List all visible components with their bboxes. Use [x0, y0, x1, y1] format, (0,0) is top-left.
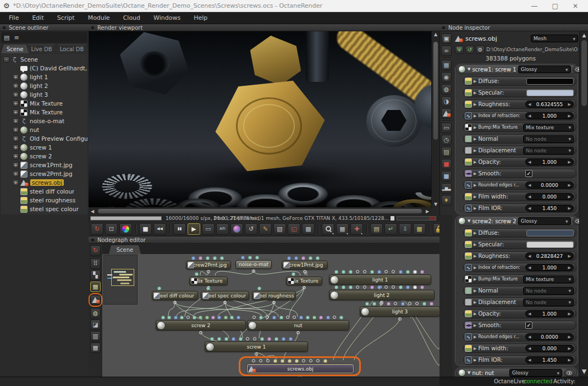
- menu-windows[interactable]: Windows: [147, 13, 187, 23]
- node-input-pin[interactable]: [211, 316, 215, 319]
- scroll-up-icon[interactable]: ▲: [580, 32, 588, 38]
- node-input-pin[interactable]: [293, 316, 296, 319]
- node-input-pin[interactable]: [199, 256, 202, 260]
- tree-item-mix-texture[interactable]: +Mix Texture: [1, 99, 87, 108]
- expander-icon[interactable]: ▶: [474, 172, 476, 176]
- value-spinner[interactable]: ◀0.000▶: [525, 193, 574, 200]
- tree-item-screw2prnt-jpg[interactable]: +screw2Prnt.jpg: [1, 169, 87, 178]
- node-input-pin[interactable]: [246, 337, 249, 340]
- viewport-vertical-scrollbar[interactable]: ▲ ▼: [431, 31, 439, 207]
- expander-icon[interactable]: +: [13, 92, 19, 98]
- node-input-pin[interactable]: [257, 286, 261, 290]
- value-spinner[interactable]: ◀1.000▶: [525, 158, 574, 166]
- expander-icon[interactable]: ▶: [474, 183, 476, 188]
- grid-node-icon[interactable]: ▦: [90, 343, 101, 353]
- material-type-dropdown[interactable]: Glossy▼: [518, 217, 571, 225]
- node-output-pin[interactable]: [207, 270, 210, 273]
- node-input-pin[interactable]: [384, 270, 388, 273]
- node-input-pin[interactable]: [279, 316, 283, 319]
- zoom-tool-icon[interactable]: ▾: [322, 223, 334, 235]
- node-steel-diff-colour[interactable]: steel diff colour: [152, 291, 198, 300]
- node-input-pin[interactable]: [205, 316, 209, 319]
- expander-icon[interactable]: ▶: [474, 277, 476, 282]
- histogram-icon[interactable]: ▂▆▃: [441, 183, 452, 194]
- node-input-pin[interactable]: [174, 316, 178, 319]
- node-input-pin[interactable]: [186, 316, 190, 319]
- node-output-pin[interactable]: [223, 301, 227, 304]
- tree-item-steel-spec-colour[interactable]: +steel spec colour: [1, 205, 87, 213]
- menu-help[interactable]: Help: [187, 13, 214, 23]
- expander-icon[interactable]: ▶: [474, 312, 476, 316]
- node-screw2prnt-jpg[interactable]: screw2Prnt.jpg: [186, 261, 231, 269]
- value-spinner[interactable]: ◀1.000▶: [525, 264, 574, 271]
- node-input-pin[interactable]: [260, 337, 264, 341]
- menu-cloud[interactable]: Cloud: [117, 13, 147, 23]
- visibility-toggle[interactable]: [564, 369, 575, 377]
- node-dropdown[interactable]: No node▼: [523, 299, 574, 306]
- tree-item-nut[interactable]: +nut: [1, 125, 87, 134]
- node-input-pin[interactable]: [309, 256, 312, 260]
- pause-icon[interactable]: ▮▮: [173, 223, 186, 235]
- node-input-pin[interactable]: [316, 256, 320, 260]
- settings-icon[interactable]: ⚙: [476, 46, 485, 54]
- node-input-pin[interactable]: [384, 285, 388, 289]
- tree-item-noise-o-mat[interactable]: +ζnoise-o-mat: [1, 117, 87, 125]
- node-light-1[interactable]: light 1: [329, 274, 431, 285]
- node-input-pin[interactable]: [430, 302, 433, 306]
- collapse-icon[interactable]: ▼: [468, 67, 470, 71]
- nodegraph-canvas[interactable]: screw2Prnt.jpgnoise-o-matscrew1Prnt.jpgM…: [102, 254, 439, 377]
- color-swatch[interactable]: [526, 230, 574, 236]
- node-input-pin[interactable]: [288, 359, 292, 363]
- node-steel-roughness[interactable]: steel roughness: [252, 291, 296, 300]
- recenter-icon[interactable]: ↻: [90, 245, 101, 256]
- node-input-pin[interactable]: [349, 270, 353, 274]
- display-modes-icon[interactable]: ▭: [202, 223, 215, 235]
- node-input-pin[interactable]: [252, 359, 255, 362]
- texture-node-icon[interactable]: ▦: [90, 282, 101, 292]
- expander-icon[interactable]: ▶: [474, 114, 476, 118]
- node-input-pin[interactable]: [363, 270, 366, 273]
- node-input-pin[interactable]: [401, 302, 405, 306]
- scroll-thumb[interactable]: [581, 40, 587, 106]
- node-input-pin[interactable]: [302, 359, 305, 362]
- node-dropdown[interactable]: Mix texture▼: [523, 124, 574, 131]
- nodegraph-minimap[interactable]: [103, 255, 138, 305]
- save-render-state-icon[interactable]: ↵: [384, 223, 397, 235]
- film-node-icon[interactable]: ▥: [90, 331, 101, 341]
- value-spinner[interactable]: ◀1.000▶: [525, 310, 574, 317]
- close-button[interactable]: ✕: [573, 3, 578, 9]
- expander-icon[interactable]: ▶: [474, 300, 476, 305]
- expander-icon[interactable]: +: [13, 118, 19, 124]
- minimize-button[interactable]: —: [531, 3, 538, 9]
- node-input-pin[interactable]: [392, 270, 395, 273]
- expander-icon[interactable]: ▶: [474, 102, 476, 107]
- expander-icon[interactable]: +: [13, 74, 19, 80]
- expander-icon[interactable]: ▶: [474, 346, 476, 351]
- clay-mode-icon[interactable]: ▩: [302, 223, 315, 235]
- node-input-pin[interactable]: [380, 302, 383, 305]
- collapse-icon[interactable]: ▼: [468, 371, 470, 375]
- node-input-pin[interactable]: [372, 302, 376, 306]
- node-output-pin[interactable]: [398, 317, 402, 321]
- mesh-node-icon[interactable]: [90, 295, 101, 305]
- node-input-pin[interactable]: [342, 285, 345, 289]
- node-input-pin[interactable]: [399, 270, 403, 274]
- material-node-icon[interactable]: ◍: [90, 308, 101, 318]
- node-mix-texture[interactable]: Mix Texture: [189, 277, 228, 285]
- tree-item-old-preview-configuration[interactable]: +ζOld Preview Configuration: [1, 134, 87, 143]
- node-output-pin[interactable]: [296, 331, 300, 334]
- tree-item-screw1prnt-jpg[interactable]: +screw1Prnt.jpg: [1, 161, 87, 169]
- node-input-pin[interactable]: [282, 337, 285, 341]
- node-noise-o-mat[interactable]: noise-o-mat: [235, 260, 272, 269]
- copy-image-icon[interactable]: ▤: [370, 223, 383, 235]
- unfold-nodes-icon[interactable]: ⠿: [90, 258, 101, 269]
- expander-icon[interactable]: ▶: [474, 323, 476, 328]
- node-input-pin[interactable]: [220, 256, 224, 260]
- rgb-sphere-icon[interactable]: [119, 223, 132, 235]
- node-input-pin[interactable]: [406, 285, 410, 289]
- color-swatch[interactable]: [526, 90, 574, 96]
- expander-icon[interactable]: ▶: [474, 137, 476, 141]
- medium-node-icon[interactable]: ◪: [90, 319, 101, 330]
- scroll-left-icon[interactable]: ◀: [89, 209, 96, 214]
- expander-icon[interactable]: +: [13, 136, 19, 142]
